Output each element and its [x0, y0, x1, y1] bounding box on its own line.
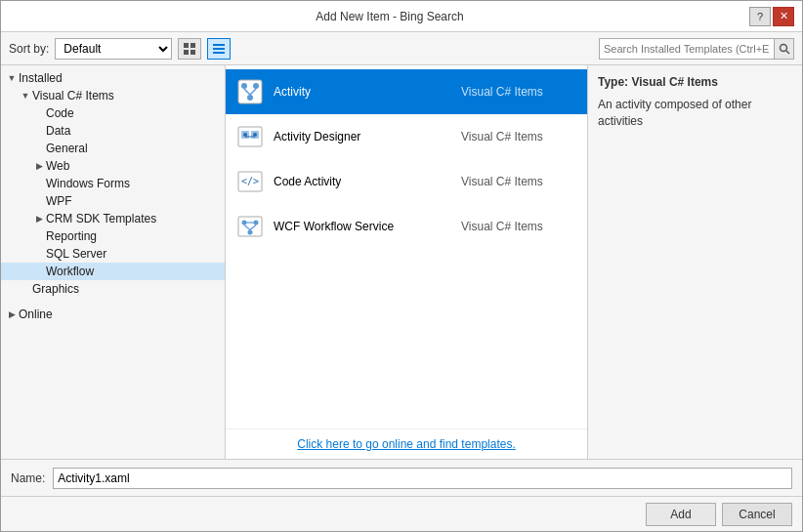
sidebar-item-installed[interactable]: ▼ Installed	[1, 69, 225, 87]
svg-point-7	[780, 44, 786, 51]
info-description: An activity composed of other activities	[598, 97, 792, 130]
toolbar: Sort by: Default Name Type	[1, 32, 802, 65]
expand-installed-icon: ▼	[5, 73, 19, 83]
svg-point-10	[241, 83, 247, 89]
sidebar-general-label: General	[46, 142, 88, 155]
sort-label: Sort by:	[9, 42, 49, 56]
expand-online-icon: ▶	[5, 309, 19, 319]
sidebar-item-visual-csharp[interactable]: ▼ Visual C# Items	[1, 87, 225, 104]
main-panel: Activity Visual C# Items	[226, 65, 587, 459]
expand-crm-icon: ▶	[32, 214, 46, 224]
close-button[interactable]: ✕	[773, 7, 794, 26]
sidebar-winforms-label: Windows Forms	[46, 177, 130, 190]
item-code-activity[interactable]: </> Code Activity Visual C# Items	[226, 159, 587, 204]
title-bar: Add New Item - Bing Search ? ✕	[1, 1, 802, 32]
name-input[interactable]	[53, 468, 792, 489]
sidebar-item-graphics[interactable]: Graphics	[1, 280, 225, 298]
item-wcf-workflow[interactable]: WCF Workflow Service Visual C# Items	[226, 204, 587, 249]
sidebar-vcsharp-label: Visual C# Items	[32, 89, 114, 102]
cancel-button[interactable]: Cancel	[722, 503, 792, 526]
sidebar-data-label: Data	[46, 124, 70, 138]
sidebar-item-data[interactable]: Data	[1, 122, 225, 140]
item-wcf-name: WCF Workflow Service	[274, 220, 461, 233]
svg-rect-1	[190, 43, 195, 48]
content-area: ▼ Installed ▼ Visual C# Items Code Data	[1, 65, 802, 459]
sidebar-item-code[interactable]: Code	[1, 104, 225, 122]
svg-line-8	[786, 51, 789, 54]
svg-text:</>: </>	[241, 176, 259, 186]
search-button[interactable]	[774, 39, 793, 59]
sidebar-item-general[interactable]: General	[1, 140, 225, 157]
expand-vcsharp-icon: ▼	[19, 91, 32, 101]
item-activity-designer[interactable]: Activity Designer Visual C# Items	[226, 114, 587, 159]
title-buttons: ? ✕	[749, 7, 794, 26]
sidebar: ▼ Installed ▼ Visual C# Items Code Data	[1, 65, 226, 459]
sidebar-item-windows-forms[interactable]: Windows Forms	[1, 175, 225, 192]
sidebar-code-label: Code	[46, 106, 74, 120]
svg-point-11	[253, 83, 259, 89]
svg-rect-4	[213, 44, 225, 46]
sidebar-online-label: Online	[19, 307, 53, 321]
sidebar-item-reporting[interactable]: Reporting	[1, 227, 225, 245]
item-code-name: Code Activity	[274, 175, 461, 188]
sidebar-wpf-label: WPF	[46, 194, 72, 208]
expand-code-icon	[32, 108, 46, 118]
sidebar-sql-label: SQL Server	[46, 247, 106, 261]
item-code-category: Visual C# Items	[461, 175, 578, 188]
sidebar-item-web[interactable]: ▶ Web	[1, 157, 225, 175]
sidebar-workflow-label: Workflow	[46, 265, 94, 278]
svg-rect-5	[213, 48, 225, 50]
name-label: Name:	[11, 471, 45, 485]
sidebar-graphics-label: Graphics	[32, 282, 79, 296]
dialog-title: Add New Item - Bing Search	[30, 10, 749, 23]
svg-point-18	[243, 133, 247, 137]
item-activity[interactable]: Activity Visual C# Items	[226, 69, 587, 114]
search-icon	[779, 43, 790, 55]
item-activity-name: Activity	[274, 85, 461, 99]
dialog: Add New Item - Bing Search ? ✕ Sort by: …	[0, 0, 803, 532]
list-icon	[212, 42, 226, 56]
grid-view-button[interactable]	[178, 38, 201, 60]
grid-icon	[183, 42, 196, 56]
sidebar-item-wpf[interactable]: WPF	[1, 192, 225, 210]
help-button[interactable]: ?	[749, 7, 771, 26]
sidebar-item-sql[interactable]: SQL Server	[1, 245, 225, 263]
svg-rect-3	[190, 50, 195, 55]
search-input[interactable]	[600, 43, 774, 55]
bottom-bar: Name:	[1, 459, 802, 496]
sidebar-crm-label: CRM SDK Templates	[46, 212, 156, 225]
action-buttons: Add Cancel	[1, 496, 802, 531]
search-box	[599, 38, 794, 60]
code-activity-icon: </>	[234, 166, 266, 197]
online-link[interactable]: Click here to go online and find templat…	[226, 429, 587, 459]
item-activity-category: Visual C# Items	[461, 85, 578, 99]
svg-point-26	[248, 230, 253, 235]
type-value: Visual C# Items	[631, 75, 718, 89]
item-wcf-category: Visual C# Items	[461, 220, 578, 233]
sidebar-item-workflow[interactable]: Workflow	[1, 263, 225, 280]
sidebar-item-crm[interactable]: ▶ CRM SDK Templates	[1, 210, 225, 227]
svg-rect-2	[184, 50, 189, 55]
info-type: Type: Visual C# Items	[598, 75, 792, 89]
type-label: Type:	[598, 75, 628, 89]
item-designer-category: Visual C# Items	[461, 130, 578, 143]
info-panel: Type: Visual C# Items An activity compos…	[587, 65, 802, 459]
add-button[interactable]: Add	[646, 503, 716, 526]
svg-point-12	[247, 95, 253, 101]
sidebar-item-online[interactable]: ▶ Online	[1, 306, 225, 323]
svg-point-19	[253, 133, 257, 137]
wcf-workflow-icon	[234, 211, 266, 242]
expand-web-icon: ▶	[32, 161, 46, 171]
sidebar-web-label: Web	[46, 159, 69, 173]
svg-rect-0	[184, 43, 189, 48]
items-list: Activity Visual C# Items	[226, 65, 587, 429]
sidebar-reporting-label: Reporting	[46, 229, 97, 243]
item-designer-name: Activity Designer	[274, 130, 461, 143]
activity-icon	[234, 76, 266, 107]
activity-designer-icon	[234, 121, 266, 152]
sidebar-installed-label: Installed	[19, 71, 63, 85]
sort-dropdown[interactable]: Default Name Type	[55, 38, 172, 60]
list-view-button[interactable]	[207, 38, 231, 60]
svg-rect-6	[213, 52, 225, 54]
